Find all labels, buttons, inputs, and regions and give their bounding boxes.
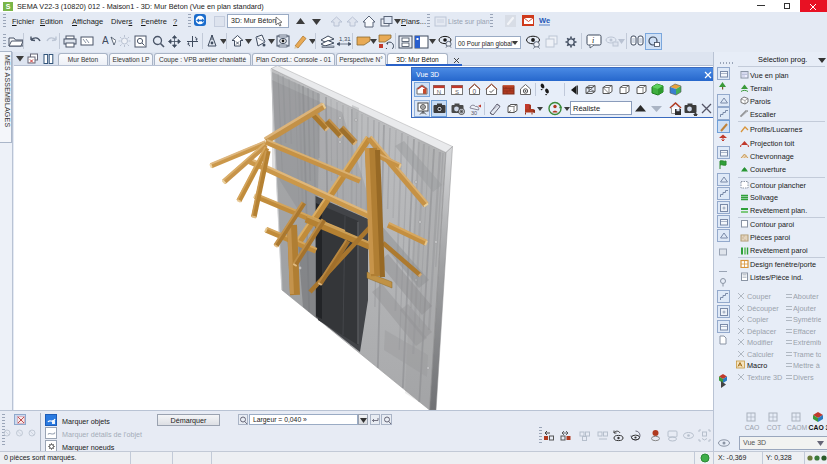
svg-text:A: A bbox=[102, 35, 109, 46]
svg-text:0: 0 bbox=[473, 88, 477, 95]
svg-text:S: S bbox=[455, 89, 459, 95]
svg-text:1,31: 1,31 bbox=[339, 36, 351, 42]
svg-text:30: 30 bbox=[471, 109, 477, 115]
svg-text:N: N bbox=[437, 89, 441, 95]
svg-text:i: i bbox=[592, 36, 594, 45]
